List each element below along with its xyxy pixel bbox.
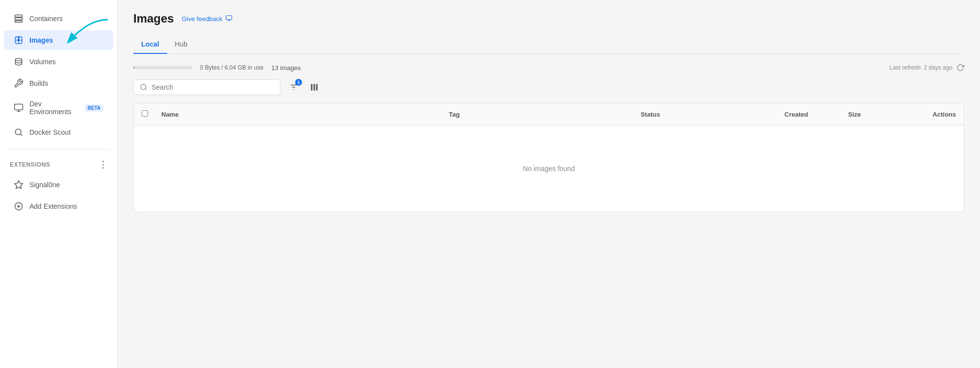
view-toggle-button[interactable] <box>307 80 322 95</box>
svg-rect-0 <box>15 15 23 17</box>
sidebar-item-volumes-label: Volumes <box>29 58 56 66</box>
refresh-button[interactable] <box>956 64 964 72</box>
dev-environments-icon <box>14 103 24 113</box>
containers-icon <box>14 14 24 24</box>
filter-badge: 1 <box>295 79 302 86</box>
svg-point-13 <box>141 84 146 90</box>
tab-hub[interactable]: Hub <box>167 35 196 54</box>
search-icon <box>140 83 148 91</box>
svg-rect-12 <box>226 15 232 19</box>
header-checkbox-col <box>142 110 161 118</box>
sidebar-item-docker-scout[interactable]: Docker Scout <box>4 123 113 142</box>
feedback-link[interactable]: Give feedback <box>182 15 232 23</box>
images-count: 13 images <box>271 64 301 72</box>
table-header: Name Tag Status Created Size Actions <box>134 103 964 125</box>
sidebar-item-images-label: Images <box>29 36 53 44</box>
sidebar-item-add-extensions[interactable]: Add Extensions <box>4 196 113 216</box>
sidebar-item-builds[interactable]: Builds <box>4 74 113 93</box>
tab-local[interactable]: Local <box>133 35 167 54</box>
builds-icon <box>14 78 24 88</box>
svg-marker-8 <box>15 181 23 189</box>
signal0ne-icon <box>14 180 24 190</box>
extensions-label: Extensions <box>10 161 50 168</box>
page-header: Images Give feedback <box>133 12 964 25</box>
add-extensions-icon <box>14 201 24 211</box>
svg-rect-19 <box>314 84 315 91</box>
toolbar: 1 <box>133 79 964 95</box>
images-table: Name Tag Status Created Size Actions No … <box>133 103 964 212</box>
refresh-section: Last refresh: 2 days ago <box>889 64 964 72</box>
search-box[interactable] <box>133 79 280 95</box>
last-refresh-label: Last refresh: 2 days ago <box>889 64 953 71</box>
storage-bar <box>133 66 192 69</box>
sidebar-item-images[interactable]: Images <box>4 30 113 50</box>
header-actions: Actions <box>897 111 956 118</box>
svg-rect-18 <box>311 84 312 91</box>
sidebar-item-containers[interactable]: Containers <box>4 9 113 28</box>
storage-bar-track <box>133 66 192 69</box>
header-size: Size <box>848 111 897 118</box>
sidebar-item-docker-scout-label: Docker Scout <box>29 128 71 136</box>
sidebar-item-dev-environments[interactable]: Dev Environments BETA <box>4 95 113 121</box>
empty-label: No images found <box>523 165 575 172</box>
extensions-more-icon[interactable]: ⋮ <box>99 159 108 170</box>
svg-point-5 <box>15 58 22 61</box>
tabs-bar: Local Hub <box>133 35 964 54</box>
sidebar-item-builds-label: Builds <box>29 79 48 87</box>
beta-badge: BETA <box>85 104 103 112</box>
feedback-label: Give feedback <box>182 15 223 23</box>
svg-rect-2 <box>15 21 23 22</box>
header-name: Name <box>161 111 449 118</box>
sidebar-divider <box>8 149 109 149</box>
feedback-icon <box>226 15 232 23</box>
sidebar-item-dev-environments-label: Dev Environments <box>29 100 79 116</box>
extensions-section-header: Extensions ⋮ <box>0 155 117 174</box>
header-created: Created <box>784 111 848 118</box>
sidebar-item-volumes[interactable]: Volumes <box>4 52 113 72</box>
sidebar-item-add-extensions-label: Add Extensions <box>29 202 77 210</box>
volumes-icon <box>14 57 24 67</box>
content-area: Images Give feedback Local Hub <box>118 0 980 368</box>
svg-line-14 <box>145 89 147 90</box>
docker-scout-icon <box>14 127 24 137</box>
search-input[interactable] <box>151 83 274 91</box>
svg-rect-20 <box>316 84 318 91</box>
page-title: Images <box>133 12 174 25</box>
empty-state: No images found <box>134 125 964 212</box>
header-tag: Tag <box>449 111 641 118</box>
select-all-checkbox[interactable] <box>142 110 148 117</box>
svg-rect-1 <box>15 18 23 20</box>
sidebar-item-signal0ne-label: Signal0ne <box>29 181 60 189</box>
storage-text: 0 Bytes / 6.04 GB in use <box>200 64 263 71</box>
header-status: Status <box>641 111 784 118</box>
sidebar-item-containers-label: Containers <box>29 15 63 23</box>
sidebar: Containers Images Volumes <box>0 0 118 368</box>
sidebar-item-signal0ne[interactable]: Signal0ne <box>4 175 113 195</box>
svg-point-7 <box>15 129 21 135</box>
storage-section: 0 Bytes / 6.04 GB in use 13 images Last … <box>133 64 964 72</box>
storage-bar-fill <box>133 66 134 69</box>
main-content: Images Give feedback Local Hub <box>118 0 980 368</box>
images-icon <box>14 35 24 45</box>
filter-button[interactable]: 1 <box>286 80 301 95</box>
svg-rect-6 <box>15 104 23 110</box>
